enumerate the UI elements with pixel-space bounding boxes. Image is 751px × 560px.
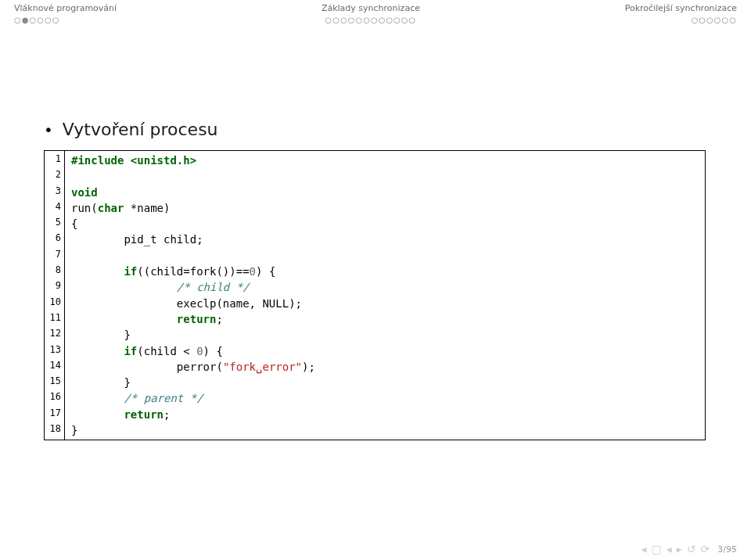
bullet-icon: • (44, 120, 53, 139)
nav-section-left: Vláknové programování ○●○○○○ (14, 3, 117, 24)
nav-link-left[interactable]: Vláknové programování (14, 3, 117, 13)
bullet-text: Vytvoření procesu (63, 120, 218, 139)
code-line: #include <unistd.h> (71, 153, 315, 168)
line-number: 16 (45, 390, 61, 406)
code-line: return; (71, 311, 315, 327)
nav-redo-icon[interactable]: ⟳ (701, 543, 710, 555)
code-gutter: 123456789101112131415161718 (45, 151, 65, 440)
nav-link-center[interactable]: Základy synchronizace (322, 3, 420, 13)
nav-progress-right: ○○○○○○ (692, 16, 737, 24)
line-number: 2 (45, 168, 61, 184)
code-line: pid_t child; (71, 232, 315, 247)
nav-section-right: Pokročilejší synchronizace ○○○○○○ (625, 3, 737, 24)
line-number: 13 (45, 343, 61, 359)
code-line: { (71, 216, 315, 232)
code-line: /* parent */ (71, 390, 315, 406)
nav-next-icon[interactable]: ▸ (677, 543, 682, 555)
nav-progress-center: ○○○○○○○○○○○○ (325, 16, 417, 24)
line-number: 14 (45, 359, 61, 375)
line-number: 17 (45, 407, 61, 422)
line-number: 9 (45, 279, 61, 295)
slide-body: • Vytvoření procesu 12345678910111213141… (0, 26, 751, 440)
code-line: if(child < 0) { (71, 343, 315, 359)
code-content: #include <unistd.h> voidrun(char *name){… (65, 151, 322, 440)
line-number: 3 (45, 185, 61, 200)
nav-progress-left: ○●○○○○ (14, 16, 59, 24)
line-number: 7 (45, 248, 61, 264)
line-number: 15 (45, 375, 61, 390)
nav-link-right[interactable]: Pokročilejší synchronizace (625, 3, 737, 13)
line-number: 12 (45, 327, 61, 343)
line-number: 11 (45, 311, 61, 327)
code-line: } (71, 327, 315, 343)
code-line: } (71, 375, 315, 390)
code-line: void (71, 185, 315, 200)
line-number: 10 (45, 296, 61, 311)
nav-controls: ◂ ▢ ◂ ▸ ↺ ⟳ (641, 543, 710, 555)
code-listing: 123456789101112131415161718 #include <un… (44, 150, 706, 440)
code-line (71, 248, 315, 264)
nav-prev-icon[interactable]: ◂ (667, 543, 672, 555)
line-number: 8 (45, 264, 61, 279)
code-line: run(char *name) (71, 200, 315, 216)
line-number: 6 (45, 232, 61, 247)
code-line: } (71, 422, 315, 438)
code-line: perror("fork␣error"); (71, 359, 315, 375)
code-line: /* child */ (71, 279, 315, 295)
slide-footer: ◂ ▢ ◂ ▸ ↺ ⟳ 3/95 (641, 543, 738, 555)
line-number: 4 (45, 200, 61, 216)
nav-undo-icon[interactable]: ↺ (687, 543, 696, 555)
code-line: return; (71, 407, 315, 422)
code-line: if((child=fork())==0) { (71, 264, 315, 279)
line-number: 1 (45, 153, 61, 168)
line-number: 18 (45, 422, 61, 438)
line-number: 5 (45, 216, 61, 232)
code-line: execlp(name, NULL); (71, 296, 315, 311)
nav-first-icon[interactable]: ◂ (641, 543, 647, 555)
code-line (71, 168, 315, 184)
slide-nav-header: Vláknové programování ○●○○○○ Základy syn… (0, 0, 751, 26)
nav-frame-icon[interactable]: ▢ (652, 543, 662, 555)
nav-section-center: Základy synchronizace ○○○○○○○○○○○○ (322, 3, 420, 24)
page-counter: 3/95 (717, 544, 737, 555)
bullet-item: • Vytvoření procesu (44, 120, 707, 139)
